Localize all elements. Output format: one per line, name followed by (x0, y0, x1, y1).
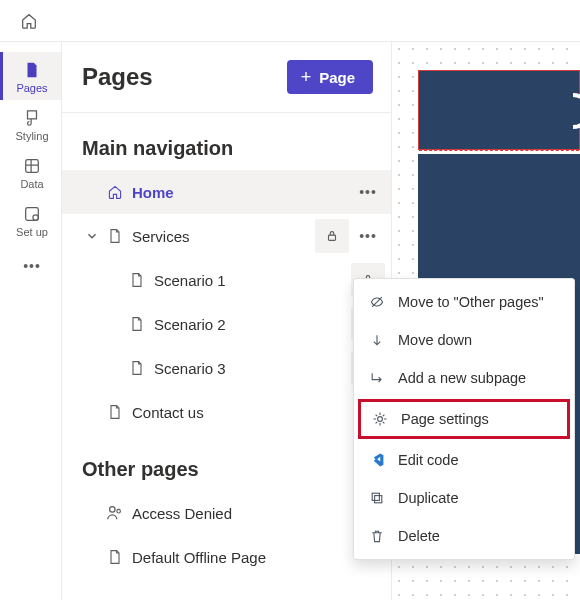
tree-label: Scenario 1 (148, 272, 351, 289)
menu-page-settings[interactable]: Page settings (358, 399, 570, 439)
menu-label: Duplicate (398, 490, 458, 506)
nav-rail: Pages Styling Data Set up ••• (0, 42, 62, 600)
brush-icon (22, 108, 42, 128)
canvas-header-block[interactable] (418, 70, 580, 150)
chevron-down-icon[interactable] (80, 229, 104, 243)
eye-off-icon (368, 293, 386, 311)
rail-label: Styling (15, 130, 48, 142)
tree-row-services[interactable]: Services ••• (62, 214, 391, 258)
tree-label: Scenario 2 (148, 316, 351, 333)
home-icon (104, 184, 126, 200)
duplicate-icon (368, 489, 386, 507)
panel-title: Pages (82, 63, 153, 91)
tree-label: Home (126, 184, 351, 201)
page-icon (104, 549, 126, 565)
rail-item-setup[interactable]: Set up (0, 196, 61, 244)
home-icon[interactable] (20, 12, 38, 30)
page-icon (126, 316, 148, 332)
tree-row-offline[interactable]: Default Offline Page (62, 535, 391, 579)
tree-label: Scenario 3 (148, 360, 351, 377)
plus-icon: + (301, 68, 312, 86)
trash-icon (368, 527, 386, 545)
tree-label: Contact us (126, 404, 385, 421)
rail-label: Pages (16, 82, 47, 94)
section-main-nav: Main navigation (62, 113, 391, 170)
add-page-label: Page (319, 69, 355, 86)
app-topbar (0, 0, 580, 42)
gear-icon (371, 410, 389, 428)
menu-edit-code[interactable]: Edit code (354, 441, 574, 479)
gear-grid-icon (22, 204, 42, 224)
tree-label: Default Offline Page (126, 549, 385, 566)
menu-label: Move down (398, 332, 472, 348)
tree-row-scenario1[interactable]: Scenario 1 (62, 258, 391, 302)
menu-label: Delete (398, 528, 440, 544)
ellipsis-icon: ••• (22, 256, 42, 276)
section-other-pages: Other pages (62, 434, 391, 491)
tree-row-access-denied[interactable]: Access Denied (62, 491, 391, 535)
rail-item-styling[interactable]: Styling (0, 100, 61, 148)
menu-label: Edit code (398, 452, 458, 468)
arrow-down-icon (368, 331, 386, 349)
lock-icon[interactable] (315, 219, 349, 253)
tree-row-scenario3[interactable]: Scenario 3 (62, 346, 391, 390)
menu-move-down[interactable]: Move down (354, 321, 574, 359)
pages-panel: Pages + Page Main navigation Home ••• Se… (62, 42, 392, 600)
menu-label: Add a new subpage (398, 370, 526, 386)
canvas-logo-circle (555, 93, 580, 129)
page-icon (126, 360, 148, 376)
page-icon (104, 228, 126, 244)
tree-row-contact[interactable]: Contact us (62, 390, 391, 434)
more-icon[interactable]: ••• (351, 175, 385, 209)
subpage-icon (368, 369, 386, 387)
panel-header: Pages + Page (62, 42, 391, 113)
more-icon[interactable]: ••• (351, 219, 385, 253)
menu-label: Page settings (401, 411, 489, 427)
menu-delete[interactable]: Delete (354, 517, 574, 555)
page-icon (104, 404, 126, 420)
rail-label: Data (20, 178, 43, 190)
tree-label: Services (126, 228, 315, 245)
rail-item-data[interactable]: Data (0, 148, 61, 196)
tree-row-home[interactable]: Home ••• (62, 170, 391, 214)
rail-overflow[interactable]: ••• (0, 248, 61, 284)
page-icon (126, 272, 148, 288)
menu-label: Move to "Other pages" (398, 294, 544, 310)
person-icon (104, 504, 126, 522)
tree-row-scenario2[interactable]: Scenario 2 (62, 302, 391, 346)
menu-add-subpage[interactable]: Add a new subpage (354, 359, 574, 397)
menu-duplicate[interactable]: Duplicate (354, 479, 574, 517)
rail-label: Set up (16, 226, 48, 238)
tree-label: Access Denied (126, 505, 385, 522)
menu-move-other[interactable]: Move to "Other pages" (354, 283, 574, 321)
page-solid-icon (22, 60, 42, 80)
add-page-button[interactable]: + Page (287, 60, 373, 94)
vscode-icon (368, 451, 386, 469)
rail-item-pages[interactable]: Pages (0, 52, 61, 100)
grid-icon (22, 156, 42, 176)
context-menu: Move to "Other pages" Move down Add a ne… (353, 278, 575, 560)
